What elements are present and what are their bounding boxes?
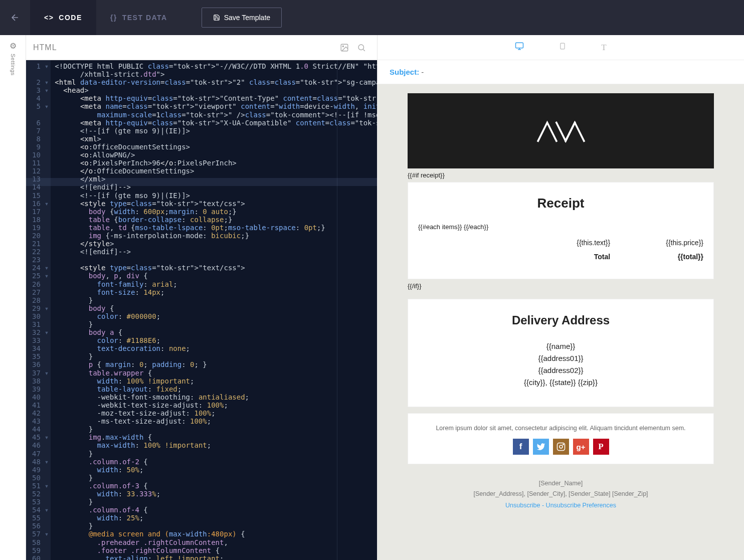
braces-icon: {} bbox=[110, 14, 117, 22]
svg-point-10 bbox=[560, 445, 563, 448]
delivery-title: Delivery Address bbox=[418, 313, 703, 327]
tab-test-data-label: TEST DATA bbox=[122, 14, 167, 22]
addr-csz: {{city}}, {{state}} {{zip}} bbox=[418, 377, 703, 389]
total-label: Total bbox=[523, 253, 655, 261]
svg-point-2 bbox=[358, 45, 364, 50]
editor-header: HTML bbox=[26, 35, 377, 60]
svg-rect-7 bbox=[561, 43, 565, 49]
receipt-title: Receipt bbox=[418, 196, 703, 211]
svg-point-1 bbox=[342, 46, 343, 47]
total-value: {{total}} bbox=[655, 253, 703, 261]
hb-if-receipt: {{#if receipt}} bbox=[408, 168, 714, 182]
svg-point-11 bbox=[563, 444, 564, 445]
facebook-icon[interactable]: f bbox=[513, 439, 529, 455]
tab-code-label: CODE bbox=[59, 14, 82, 22]
preview-device-tabs: T bbox=[378, 35, 744, 60]
tab-code[interactable]: <> CODE bbox=[30, 0, 96, 35]
addr-name: {{name}} bbox=[418, 340, 703, 352]
save-template-button[interactable]: Save Template bbox=[202, 8, 282, 28]
unsubscribe-row: Unsubscribe - Unsubscribe Preferences bbox=[408, 502, 714, 509]
sender-block: [Sender_Name] [Sender_Address], [Sender_… bbox=[408, 478, 714, 500]
back-button[interactable] bbox=[0, 0, 30, 35]
fold-gutter: ▾ ▾ ▾ ▾ ▾ ▾ ▾ ▾ ▾ ▾ ▾ ▾ ▾ ▾ ▾ bbox=[45, 60, 51, 560]
editor-panel: HTML 1 2 3 4 5 6 7 8 9 10 11 12 13 14 15… bbox=[26, 35, 377, 560]
line-gutter: 1 2 3 4 5 6 7 8 9 10 11 12 13 14 15 16 1… bbox=[26, 60, 45, 560]
save-icon bbox=[213, 14, 220, 21]
instagram-icon[interactable] bbox=[553, 439, 569, 455]
text-icon[interactable]: T bbox=[601, 43, 606, 53]
svg-line-3 bbox=[363, 49, 364, 51]
arrow-left-icon bbox=[10, 13, 20, 23]
sender-name: [Sender_Name] bbox=[408, 478, 714, 489]
subject-value: - bbox=[421, 68, 424, 76]
footer-block: Lorem ipsum dolor sit amet, consectetur … bbox=[408, 413, 714, 464]
hero-logo-block bbox=[408, 93, 714, 168]
sender-address-line: [Sender_Address], [Sender_City], [Sender… bbox=[408, 489, 714, 499]
twitter-icon[interactable] bbox=[533, 439, 549, 455]
email-preview: {{#if receipt}} Receipt {{#each items}} … bbox=[408, 93, 714, 509]
item-row: {{this.text}} {{this.price}} bbox=[418, 236, 703, 250]
subject-label: Subject: bbox=[390, 68, 419, 76]
settings-rail[interactable]: ⚙ Settings bbox=[0, 35, 26, 560]
delivery-address: {{name}} {{address01}} {{address02}} {{c… bbox=[418, 340, 703, 389]
hb-endif: {{/if}} bbox=[408, 279, 714, 293]
receipt-block: Receipt {{#each items}} {{/each}} {{this… bbox=[408, 182, 714, 279]
logo-icon bbox=[533, 116, 589, 146]
save-template-label: Save Template bbox=[224, 14, 270, 22]
googleplus-icon[interactable]: g+ bbox=[573, 439, 589, 455]
settings-label: Settings bbox=[10, 54, 16, 76]
code-editor[interactable]: 1 2 3 4 5 6 7 8 9 10 11 12 13 14 15 16 1… bbox=[26, 60, 377, 560]
code-text[interactable]: <!DOCTYPE html PUBLIC class="tok-str">"-… bbox=[51, 60, 377, 560]
social-icons: f g+ P bbox=[418, 439, 703, 455]
search-icon[interactable] bbox=[353, 39, 370, 56]
tab-test-data[interactable]: {} TEST DATA bbox=[96, 0, 181, 35]
editor-title: HTML bbox=[33, 43, 336, 52]
main: ⚙ Settings HTML 1 2 3 4 5 6 7 8 9 10 11 … bbox=[0, 35, 744, 560]
pinterest-icon[interactable]: P bbox=[593, 439, 609, 455]
top-bar: <> CODE {} TEST DATA Save Template bbox=[0, 0, 744, 35]
item-price: {{this.price}} bbox=[655, 239, 703, 247]
code-icon: <> bbox=[44, 14, 54, 22]
preview-panel: T Subject: - {{#if receipt}} Receipt {{#… bbox=[377, 35, 744, 560]
gear-icon: ⚙ bbox=[10, 41, 17, 51]
desktop-icon[interactable] bbox=[515, 42, 524, 53]
preview-viewport[interactable]: {{#if receipt}} Receipt {{#each items}} … bbox=[378, 84, 744, 560]
item-text: {{this.text}} bbox=[523, 239, 655, 247]
svg-rect-4 bbox=[516, 43, 523, 48]
hb-each-items: {{#each items}} {{/each}} bbox=[418, 223, 703, 236]
total-row: Total {{total}} bbox=[418, 250, 703, 264]
footer-lorem: Lorem ipsum dolor sit amet, consectetur … bbox=[418, 425, 703, 432]
delivery-block: Delivery Address {{name}} {{address01}} … bbox=[408, 299, 714, 407]
mobile-icon[interactable] bbox=[559, 42, 566, 53]
unsubscribe-link[interactable]: Unsubscribe - Unsubscribe Preferences bbox=[505, 502, 616, 509]
image-icon[interactable] bbox=[336, 39, 353, 56]
addr-line1: {{address01}} bbox=[418, 352, 703, 364]
addr-line2: {{address02}} bbox=[418, 364, 703, 377]
subject-row: Subject: - bbox=[378, 60, 744, 84]
